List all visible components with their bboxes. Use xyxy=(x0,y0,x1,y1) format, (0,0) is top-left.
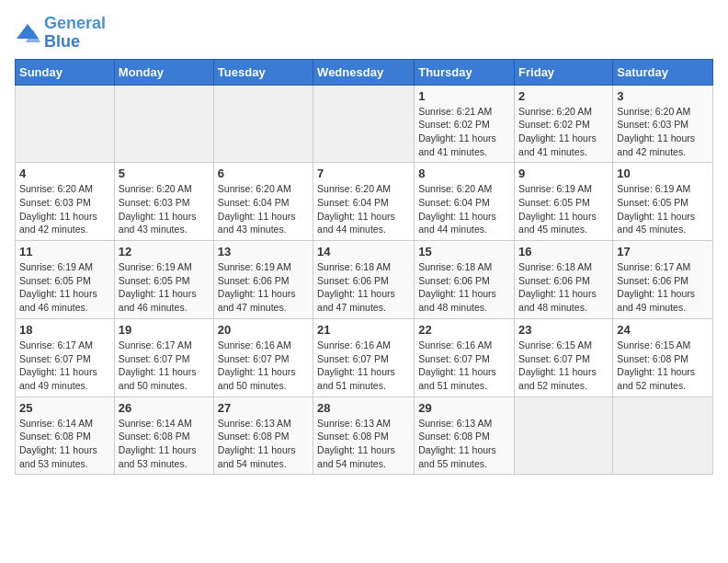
calendar-cell: 5Sunrise: 6:20 AMSunset: 6:03 PMDaylight… xyxy=(114,163,213,241)
calendar-body: 1Sunrise: 6:21 AMSunset: 6:02 PMDaylight… xyxy=(16,85,713,475)
day-info: Sunrise: 6:19 AMSunset: 6:05 PMDaylight:… xyxy=(518,182,609,236)
day-info: Sunrise: 6:17 AMSunset: 6:07 PMDaylight:… xyxy=(119,339,210,393)
day-number: 2 xyxy=(518,89,609,103)
day-info: Sunrise: 6:13 AMSunset: 6:08 PMDaylight:… xyxy=(418,417,510,471)
calendar-cell: 6Sunrise: 6:20 AMSunset: 6:04 PMDaylight… xyxy=(213,163,313,241)
weekday-header: Sunday xyxy=(16,59,115,85)
calendar-cell xyxy=(613,396,713,475)
day-number: 12 xyxy=(119,245,210,259)
day-info: Sunrise: 6:19 AMSunset: 6:05 PMDaylight:… xyxy=(617,182,709,236)
day-number: 13 xyxy=(218,245,309,259)
weekday-header: Tuesday xyxy=(213,59,313,85)
day-number: 19 xyxy=(119,323,210,337)
day-info: Sunrise: 6:18 AMSunset: 6:06 PMDaylight:… xyxy=(317,260,410,315)
logo-text: General Blue xyxy=(44,15,106,52)
day-number: 21 xyxy=(317,323,410,337)
calendar-cell: 7Sunrise: 6:20 AMSunset: 6:04 PMDaylight… xyxy=(313,163,415,241)
weekday-header: Monday xyxy=(114,59,213,85)
day-info: Sunrise: 6:20 AMSunset: 6:03 PMDaylight:… xyxy=(19,182,110,236)
calendar-cell: 29Sunrise: 6:13 AMSunset: 6:08 PMDayligh… xyxy=(415,396,515,475)
day-info: Sunrise: 6:17 AMSunset: 6:07 PMDaylight:… xyxy=(19,339,110,393)
calendar-cell: 3Sunrise: 6:20 AMSunset: 6:03 PMDaylight… xyxy=(613,85,713,163)
weekday-header: Saturday xyxy=(613,59,713,85)
day-info: Sunrise: 6:16 AMSunset: 6:07 PMDaylight:… xyxy=(418,339,510,393)
logo: General Blue xyxy=(15,15,106,52)
calendar-header: SundayMondayTuesdayWednesdayThursdayFrid… xyxy=(16,59,713,85)
calendar-week-row: 11Sunrise: 6:19 AMSunset: 6:05 PMDayligh… xyxy=(16,241,713,319)
calendar-cell: 18Sunrise: 6:17 AMSunset: 6:07 PMDayligh… xyxy=(16,318,115,396)
calendar-cell: 12Sunrise: 6:19 AMSunset: 6:05 PMDayligh… xyxy=(114,241,213,319)
calendar-cell xyxy=(114,85,213,163)
calendar-cell: 14Sunrise: 6:18 AMSunset: 6:06 PMDayligh… xyxy=(313,241,415,319)
day-number: 24 xyxy=(617,323,709,337)
day-number: 17 xyxy=(617,245,709,259)
calendar-cell: 24Sunrise: 6:15 AMSunset: 6:08 PMDayligh… xyxy=(613,318,713,396)
calendar-cell: 2Sunrise: 6:20 AMSunset: 6:02 PMDaylight… xyxy=(515,85,613,163)
calendar-cell xyxy=(213,85,313,163)
day-number: 10 xyxy=(617,167,709,180)
day-info: Sunrise: 6:20 AMSunset: 6:03 PMDaylight:… xyxy=(119,182,210,236)
calendar-cell: 21Sunrise: 6:16 AMSunset: 6:07 PMDayligh… xyxy=(313,318,415,396)
calendar-cell: 27Sunrise: 6:13 AMSunset: 6:08 PMDayligh… xyxy=(213,396,313,475)
day-number: 22 xyxy=(418,323,510,337)
day-number: 8 xyxy=(418,167,510,180)
calendar-cell: 10Sunrise: 6:19 AMSunset: 6:05 PMDayligh… xyxy=(613,163,713,241)
day-number: 28 xyxy=(317,401,410,415)
day-info: Sunrise: 6:20 AMSunset: 6:04 PMDaylight:… xyxy=(317,182,410,236)
day-number: 5 xyxy=(119,167,210,180)
calendar-cell: 13Sunrise: 6:19 AMSunset: 6:06 PMDayligh… xyxy=(213,241,313,319)
day-info: Sunrise: 6:13 AMSunset: 6:08 PMDaylight:… xyxy=(218,417,309,471)
weekday-header: Friday xyxy=(515,59,613,85)
day-info: Sunrise: 6:16 AMSunset: 6:07 PMDaylight:… xyxy=(218,339,309,393)
calendar-cell: 23Sunrise: 6:15 AMSunset: 6:07 PMDayligh… xyxy=(515,318,613,396)
calendar-cell xyxy=(515,396,613,475)
calendar-cell: 20Sunrise: 6:16 AMSunset: 6:07 PMDayligh… xyxy=(213,318,313,396)
calendar-cell: 19Sunrise: 6:17 AMSunset: 6:07 PMDayligh… xyxy=(114,318,213,396)
day-number: 16 xyxy=(518,245,609,259)
day-info: Sunrise: 6:19 AMSunset: 6:06 PMDaylight:… xyxy=(218,260,309,315)
day-number: 25 xyxy=(19,401,110,415)
calendar-week-row: 18Sunrise: 6:17 AMSunset: 6:07 PMDayligh… xyxy=(16,318,713,396)
day-info: Sunrise: 6:20 AMSunset: 6:04 PMDaylight:… xyxy=(218,182,309,236)
day-info: Sunrise: 6:13 AMSunset: 6:08 PMDaylight:… xyxy=(317,417,410,471)
day-number: 23 xyxy=(518,323,609,337)
day-info: Sunrise: 6:19 AMSunset: 6:05 PMDaylight:… xyxy=(19,260,110,315)
weekday-row: SundayMondayTuesdayWednesdayThursdayFrid… xyxy=(16,59,713,85)
calendar-cell xyxy=(313,85,415,163)
calendar-cell: 1Sunrise: 6:21 AMSunset: 6:02 PMDaylight… xyxy=(415,85,515,163)
calendar-week-row: 25Sunrise: 6:14 AMSunset: 6:08 PMDayligh… xyxy=(16,396,713,475)
day-info: Sunrise: 6:15 AMSunset: 6:07 PMDaylight:… xyxy=(518,339,609,393)
calendar-cell: 22Sunrise: 6:16 AMSunset: 6:07 PMDayligh… xyxy=(415,318,515,396)
calendar-cell: 25Sunrise: 6:14 AMSunset: 6:08 PMDayligh… xyxy=(16,396,115,475)
calendar-week-row: 4Sunrise: 6:20 AMSunset: 6:03 PMDaylight… xyxy=(16,163,713,241)
weekday-header: Thursday xyxy=(415,59,515,85)
weekday-header: Wednesday xyxy=(313,59,415,85)
day-info: Sunrise: 6:17 AMSunset: 6:06 PMDaylight:… xyxy=(617,260,709,315)
day-number: 7 xyxy=(317,167,410,180)
day-info: Sunrise: 6:15 AMSunset: 6:08 PMDaylight:… xyxy=(617,339,709,393)
calendar-cell: 15Sunrise: 6:18 AMSunset: 6:06 PMDayligh… xyxy=(415,241,515,319)
day-number: 18 xyxy=(19,323,110,337)
calendar-cell: 11Sunrise: 6:19 AMSunset: 6:05 PMDayligh… xyxy=(16,241,115,319)
day-number: 11 xyxy=(19,245,110,259)
day-info: Sunrise: 6:18 AMSunset: 6:06 PMDaylight:… xyxy=(518,260,609,315)
day-number: 26 xyxy=(119,401,210,415)
day-number: 29 xyxy=(418,401,510,415)
calendar-cell: 17Sunrise: 6:17 AMSunset: 6:06 PMDayligh… xyxy=(613,241,713,319)
day-number: 27 xyxy=(218,401,309,415)
day-info: Sunrise: 6:14 AMSunset: 6:08 PMDaylight:… xyxy=(19,417,110,471)
logo-icon xyxy=(15,20,40,46)
day-number: 20 xyxy=(218,323,309,337)
calendar-table: SundayMondayTuesdayWednesdayThursdayFrid… xyxy=(15,59,713,476)
calendar-cell: 9Sunrise: 6:19 AMSunset: 6:05 PMDaylight… xyxy=(515,163,613,241)
calendar-cell: 28Sunrise: 6:13 AMSunset: 6:08 PMDayligh… xyxy=(313,396,415,475)
calendar-week-row: 1Sunrise: 6:21 AMSunset: 6:02 PMDaylight… xyxy=(16,85,713,163)
day-info: Sunrise: 6:14 AMSunset: 6:08 PMDaylight:… xyxy=(119,417,210,471)
day-info: Sunrise: 6:20 AMSunset: 6:04 PMDaylight:… xyxy=(418,182,510,236)
header: General Blue xyxy=(15,15,713,52)
day-number: 15 xyxy=(418,245,510,259)
day-info: Sunrise: 6:18 AMSunset: 6:06 PMDaylight:… xyxy=(418,260,510,315)
day-number: 6 xyxy=(218,167,309,180)
day-number: 9 xyxy=(518,167,609,180)
day-number: 3 xyxy=(617,89,709,103)
